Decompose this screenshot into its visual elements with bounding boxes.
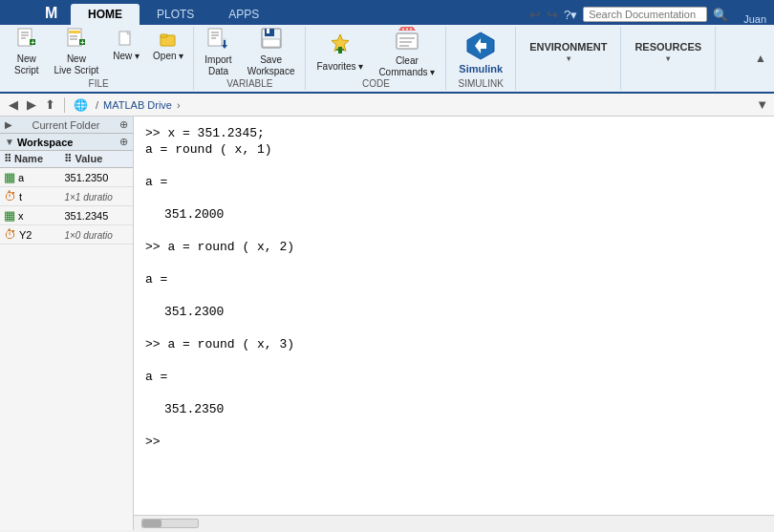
ribbon-group-resources: RESOURCES ▾ xyxy=(621,27,716,90)
favorites-icon xyxy=(328,32,353,59)
cmd-scrollbar-horizontal[interactable] xyxy=(141,519,199,528)
open-button[interactable]: Open ▾ xyxy=(147,28,189,77)
svg-rect-27 xyxy=(267,29,269,33)
resources-button[interactable]: RESOURCES ▾ xyxy=(625,27,711,76)
app-logo: M xyxy=(38,0,67,25)
ribbon-group-simulink: Simulink SIMULINK xyxy=(446,27,516,90)
svg-rect-18 xyxy=(208,29,222,46)
command-window: >> x = 351.2345; a = round ( x, 1) a = 3… xyxy=(134,117,774,530)
save-workspace-label: SaveWorkspace xyxy=(247,54,295,77)
cmd-value-1: 351.2000 xyxy=(164,207,763,222)
cmd-prompt-final: >> xyxy=(145,435,763,449)
ribbon-collapse-btn[interactable]: ▲ xyxy=(755,52,766,65)
new-script-label: NewScript xyxy=(14,53,39,76)
svg-text:+: + xyxy=(31,38,35,47)
environment-button[interactable]: ENVIRONMENT ▾ xyxy=(520,27,616,76)
simulink-group-label: SIMULINK xyxy=(450,77,511,90)
svg-rect-28 xyxy=(263,39,280,47)
tab-plots[interactable]: PLOTS xyxy=(140,4,211,25)
workspace-header: ▼ Workspace ⊕ xyxy=(0,134,133,151)
new-script-button[interactable]: + NewScript xyxy=(8,28,46,77)
workspace-table: ⠿ Name ⠿ Value ▦ a 351.2350 xyxy=(0,151,133,245)
cmd-output-2: a = xyxy=(145,272,763,287)
favorites-button[interactable]: Favorites ▾ xyxy=(310,28,370,77)
import-data-label: ImportData xyxy=(204,54,231,77)
var-x-name: ▦ x xyxy=(0,206,60,225)
var-a-name: ▦ a xyxy=(0,168,60,187)
svg-rect-32 xyxy=(397,33,418,49)
save-workspace-button[interactable]: SaveWorkspace xyxy=(241,28,302,77)
var-x-icon: ▦ xyxy=(4,208,15,223)
new-live-script-label: NewLive Script xyxy=(54,53,99,76)
resources-label: RESOURCES xyxy=(634,41,701,53)
simulink-icon xyxy=(465,31,496,61)
workspace-title: Workspace xyxy=(17,137,74,148)
path-matlab-drive[interactable]: MATLAB Drive xyxy=(103,99,172,111)
var-a-icon: ▦ xyxy=(4,170,15,184)
undo-btn[interactable]: ↩ xyxy=(529,7,541,22)
var-y2-name: ⏱ Y2 xyxy=(0,225,60,245)
forward-btn[interactable]: ▶ xyxy=(24,97,39,112)
environment-label: ENVIRONMENT xyxy=(529,41,607,53)
new-split: New ▾ xyxy=(107,28,145,77)
new-script-icon: + xyxy=(16,28,37,52)
open-label: Open ▾ xyxy=(153,51,183,61)
var-t-name: ⏱ t xyxy=(0,187,60,206)
tab-home[interactable]: HOME xyxy=(71,4,140,25)
cmd-content[interactable]: >> x = 351.2345; a = round ( x, 1) a = 3… xyxy=(134,117,774,515)
ribbon: + NewScript + xyxy=(0,25,774,94)
tab-current-folder[interactable]: ▶ Current Folder ⊕ xyxy=(0,117,133,133)
ribbon-group-code: Favorites ▾ xyxy=(306,27,446,90)
table-row[interactable]: ⏱ t 1×1 duratio xyxy=(0,187,133,206)
toolbar-collapse-arrow[interactable]: ▼ xyxy=(756,97,768,112)
cmd-output-3: a = xyxy=(145,370,763,384)
table-row[interactable]: ▦ a 351.2350 xyxy=(0,168,133,187)
workspace-panel: ▼ Workspace ⊕ ⠿ Name ⠿ Value ▦ xyxy=(0,134,133,530)
new-live-script-button[interactable]: + NewLive Script xyxy=(48,28,106,77)
path-sep-1: / xyxy=(96,99,98,111)
simulink-button[interactable]: Simulink xyxy=(450,28,511,77)
back-btn[interactable]: ◀ xyxy=(6,97,21,112)
svg-rect-2 xyxy=(18,29,32,46)
browse-icon[interactable]: 🌐 xyxy=(71,98,91,112)
table-row[interactable]: ⏱ Y2 1×0 duratio xyxy=(0,225,133,245)
new-button[interactable]: New ▾ xyxy=(107,28,145,77)
current-folder-expand: ▶ xyxy=(5,119,12,130)
current-folder-icon[interactable]: ⊕ xyxy=(119,118,128,131)
new-label: New ▾ xyxy=(113,51,140,61)
search-input[interactable] xyxy=(583,7,707,22)
search-area: ↩ ↪ ?▾ 🔍 xyxy=(522,4,736,25)
code-group-label: CODE xyxy=(310,77,441,90)
open-icon xyxy=(160,31,177,48)
cmd-output-1: a = xyxy=(145,175,763,189)
cmd-line-1: >> x = 351.2345; xyxy=(145,126,763,140)
var-t-value: 1×1 duratio xyxy=(60,187,133,206)
cmd-line-4: >> a = round ( x, 3) xyxy=(145,337,763,351)
svg-rect-9 xyxy=(69,31,80,33)
new-live-script-icon: + xyxy=(66,28,87,52)
save-workspace-icon xyxy=(260,27,283,53)
clear-commands-button[interactable]: ClearCommands ▾ xyxy=(372,28,441,77)
import-data-button[interactable]: ImportData xyxy=(198,28,238,77)
search-icon[interactable]: 🔍 xyxy=(713,8,728,22)
path-sep-2: › xyxy=(177,99,181,111)
favorites-label: Favorites ▾ xyxy=(316,61,363,73)
tab-apps[interactable]: APPS xyxy=(211,4,276,25)
cmd-bottom-bar xyxy=(134,515,774,530)
table-row[interactable]: ▦ x 351.2345 xyxy=(0,206,133,225)
up-btn[interactable]: ⬆ xyxy=(42,97,58,112)
cmd-value-3: 351.2350 xyxy=(164,402,763,416)
user-label: Juan xyxy=(736,13,774,25)
file-group-label: FILE xyxy=(8,77,189,90)
panel-tab-row: ▶ Current Folder ⊕ xyxy=(0,117,133,134)
clear-icon xyxy=(395,26,419,53)
col-value: ⠿ Value xyxy=(60,151,133,168)
redo-btn[interactable]: ↪ xyxy=(547,7,558,22)
var-y2-value: 1×0 duratio xyxy=(60,225,133,245)
svg-rect-17 xyxy=(161,34,167,37)
workspace-options-icon[interactable]: ⊕ xyxy=(119,136,128,148)
open-split: Open ▾ xyxy=(147,28,189,77)
help-btn[interactable]: ?▾ xyxy=(564,8,577,22)
cmd-scrollbar-thumb xyxy=(142,520,161,527)
new-icon xyxy=(118,31,135,48)
